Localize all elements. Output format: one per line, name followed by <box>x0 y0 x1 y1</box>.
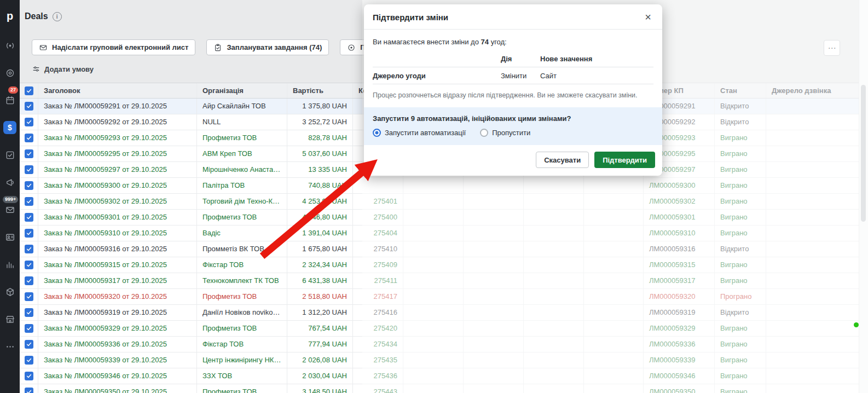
intro-count: 74 <box>481 38 489 46</box>
value-cell: 1 312,20 UAH <box>287 305 353 320</box>
row-checkbox[interactable] <box>25 292 33 301</box>
checkbox-cell <box>20 146 38 161</box>
automation-question: Запустити 9 автоматизацій, ініційованих … <box>373 114 653 123</box>
row-checkbox[interactable] <box>25 245 33 253</box>
value-cell: 6 431,38 UAH <box>287 273 353 288</box>
value-cell: 2 324,34 UAH <box>287 257 353 273</box>
value-cell: 767,54 UAH <box>287 321 353 336</box>
row-checkbox[interactable] <box>25 308 33 317</box>
changes-table-row: Джерело угоди Змінити Сайт <box>373 67 653 84</box>
row-checkbox[interactable] <box>25 102 33 111</box>
deal-title-cell[interactable]: Заказ № ЛМ000059316 от 29.10.2025 <box>38 241 197 257</box>
sidebar-nav: 27$999+ <box>0 32 20 360</box>
broadcast-icon <box>5 41 15 51</box>
row-checkbox[interactable] <box>25 165 33 174</box>
sidebar-item-products[interactable] <box>0 278 20 305</box>
row-checkbox[interactable] <box>25 276 33 285</box>
sidebar-badge: 27 <box>8 86 18 94</box>
deal-title-cell[interactable]: Заказ № ЛМ000059297 от 29.10.2025 <box>38 162 197 177</box>
deal-title-cell[interactable]: Заказ № ЛМ000059292 от 29.10.2025 <box>38 114 197 130</box>
sidebar-item-broadcast[interactable] <box>0 32 20 59</box>
close-icon[interactable]: × <box>643 11 653 22</box>
add-condition-icon <box>32 65 40 73</box>
column-header-3[interactable]: Вартість <box>287 83 353 98</box>
value-cell: 1 391,04 UAH <box>287 226 353 241</box>
modal-header: Підтвердити зміни × <box>364 4 662 30</box>
row-checkbox[interactable] <box>25 261 33 269</box>
value-cell: 4 446,80 UAH <box>287 210 353 225</box>
row-checkbox[interactable] <box>25 340 33 349</box>
deal-title-cell[interactable]: Заказ № ЛМ000059320 от 29.10.2025 <box>38 289 197 304</box>
value-cell: 2 026,08 UAH <box>287 352 353 368</box>
sidebar-item-more[interactable] <box>0 333 20 360</box>
deal-title-cell[interactable]: Заказ № ЛМ000059315 от 29.10.2025 <box>38 257 197 273</box>
organization-cell: Даніїл Новіков novikof.... <box>197 305 287 320</box>
select-all-checkbox[interactable] <box>25 86 33 95</box>
row-checkbox[interactable] <box>25 149 33 158</box>
row-checkbox[interactable] <box>25 356 33 365</box>
deal-title-cell[interactable]: Заказ № ЛМ000059310 от 29.10.2025 <box>38 226 197 241</box>
value-cell: 2 030,04 UAH <box>287 368 353 384</box>
row-checkbox[interactable] <box>25 229 33 238</box>
deal-title-cell[interactable]: Заказ № ЛМ000059301 от 29.10.2025 <box>38 210 197 225</box>
sidebar-item-deals[interactable]: $ <box>0 114 20 141</box>
deal-title-cell[interactable]: Заказ № ЛМ000059339 от 29.10.2025 <box>38 352 197 368</box>
column-header-2[interactable]: Організація <box>197 83 287 98</box>
schedule-tasks-button[interactable]: Запланувати завдання (74) <box>206 39 329 55</box>
modal-intro: Ви намагаєтеся внести зміни до 74 угод: <box>373 38 653 46</box>
radio-run-automations[interactable]: Запустити автоматизації <box>373 129 466 137</box>
change-value: Сайт <box>540 72 653 80</box>
row-checkbox[interactable] <box>25 388 33 393</box>
send-group-email-button[interactable]: Надіслати груповий електронний лист <box>32 39 195 55</box>
deal-title-cell[interactable]: Заказ № ЛМ000059329 от 29.10.2025 <box>38 321 197 336</box>
sidebar-item-contacts[interactable] <box>0 223 20 251</box>
deal-title-cell[interactable]: Заказ № ЛМ000059350 от 29.10.2025 <box>38 384 197 393</box>
row-checkbox[interactable] <box>25 118 33 126</box>
row-checkbox[interactable] <box>25 213 33 222</box>
info-icon[interactable]: i <box>53 12 62 21</box>
organization-cell: Вадіс <box>197 226 287 241</box>
deal-title-cell[interactable]: Заказ № ЛМ000059291 от 29.10.2025 <box>38 99 197 114</box>
row-checkbox[interactable] <box>25 181 33 190</box>
value-cell: 5 037,60 UAH <box>287 146 353 161</box>
intro-prefix: Ви намагаєтеся внести зміни до <box>373 38 481 46</box>
row-checkbox[interactable] <box>25 324 33 333</box>
deal-title-cell[interactable]: Заказ № ЛМ000059293 от 29.10.2025 <box>38 130 197 146</box>
sidebar-badge: 999+ <box>3 196 18 203</box>
row-checkbox[interactable] <box>25 372 33 380</box>
sidebar-item-campaigns[interactable] <box>0 169 20 196</box>
storefront-icon <box>5 314 15 325</box>
value-cell: 3 148,50 UAH <box>287 384 353 393</box>
change-action: Змінити <box>501 72 540 80</box>
checkbox-cell <box>20 384 38 393</box>
organization-cell: Айр Скайлайн ТОВ <box>197 99 287 114</box>
sidebar-item-tasks[interactable] <box>0 141 20 169</box>
modal-footer: Скасувати Підтвердити <box>364 145 662 176</box>
sidebar-item-activities[interactable]: 27 <box>0 86 20 114</box>
schedule-tasks-label: Запланувати завдання (74) <box>227 43 322 51</box>
deal-title-cell[interactable]: Заказ № ЛМ000059346 от 29.10.2025 <box>38 368 197 384</box>
deal-title-cell[interactable]: Заказ № ЛМ000059300 от 29.10.2025 <box>38 178 197 193</box>
sidebar-item-marketplace[interactable] <box>0 305 20 333</box>
organization-cell: Промметіз ВК ТОВ <box>197 241 287 257</box>
deal-title-cell[interactable]: Заказ № ЛМ000059317 от 29.10.2025 <box>38 273 197 288</box>
organization-cell: Профметиз ТОВ <box>197 321 287 336</box>
cancel-button[interactable]: Скасувати <box>536 152 589 168</box>
radio-run-label: Запустити автоматизації <box>385 129 466 137</box>
modal-title: Підтвердити зміни <box>373 13 448 22</box>
radio-skip[interactable]: Пропустити <box>480 129 530 137</box>
confirm-button[interactable]: Підтвердити <box>594 152 655 168</box>
deal-title-cell[interactable]: Заказ № ЛМ000059302 от 29.10.2025 <box>38 194 197 209</box>
deal-title-cell[interactable]: Заказ № ЛМ000059336 от 29.10.2025 <box>38 337 197 352</box>
deal-title-cell[interactable]: Заказ № ЛМ000059319 от 29.10.2025 <box>38 305 197 320</box>
checkbox-cell <box>20 273 38 288</box>
sidebar-item-leads[interactable] <box>0 59 20 86</box>
row-checkbox[interactable] <box>25 197 33 206</box>
sidebar-item-mail[interactable]: 999+ <box>0 196 20 223</box>
deal-title-cell[interactable]: Заказ № ЛМ000059295 от 29.10.2025 <box>38 146 197 161</box>
sidebar-item-insights[interactable] <box>0 251 20 278</box>
column-header-1[interactable]: Заголовок <box>38 83 197 98</box>
row-checkbox[interactable] <box>25 134 33 142</box>
app-logo[interactable]: p <box>7 0 13 32</box>
add-condition-label: Додати умову <box>44 65 94 73</box>
